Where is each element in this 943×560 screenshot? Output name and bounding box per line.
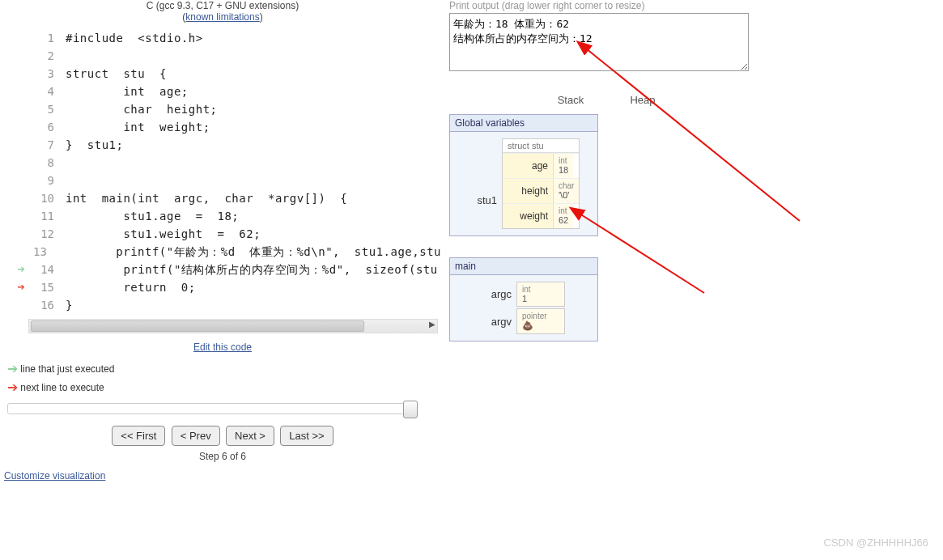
next-button[interactable]: Next > bbox=[226, 426, 274, 446]
step-text: Step 6 of 6 bbox=[4, 451, 441, 462]
code-line: 2 bbox=[4, 47, 441, 65]
struct-field: ageint18 bbox=[503, 153, 579, 178]
global-var-name: stu1 bbox=[455, 162, 502, 206]
code-line: 4 int age; bbox=[4, 83, 441, 100]
scroll-right-arrow[interactable]: ▶ bbox=[429, 320, 435, 329]
code-line: 7} stu1; bbox=[4, 136, 441, 154]
slider-knob[interactable] bbox=[403, 401, 418, 418]
code-line: 9 bbox=[4, 172, 441, 189]
main-frame-header: main bbox=[449, 257, 598, 275]
code-line: 12 stu1.weight = 62; bbox=[4, 225, 441, 243]
code-line: 10int main(int argc, char *argv[]) { bbox=[4, 189, 441, 207]
first-button[interactable]: << First bbox=[112, 426, 165, 446]
compiler-label: C (gcc 9.3, C17 + GNU extensions) bbox=[4, 0, 441, 11]
code-line: 3struct stu { bbox=[4, 65, 441, 83]
last-button[interactable]: Last >> bbox=[280, 426, 333, 446]
customize-link[interactable]: Customize visualization bbox=[4, 470, 105, 482]
legend-next: next line to execute bbox=[20, 382, 104, 393]
code-line: ➔15 return 0; bbox=[4, 278, 441, 296]
code-line: 16} bbox=[4, 296, 441, 314]
code-line: 6 int weight; bbox=[4, 118, 441, 136]
step-slider[interactable] bbox=[7, 403, 417, 414]
scroll-thumb[interactable] bbox=[31, 320, 364, 332]
code-line: 5 char height; bbox=[4, 100, 441, 118]
prev-button[interactable]: < Prev bbox=[172, 426, 220, 446]
code-line: 13 printf("年龄为：%d 体重为：%d\n", stu1.age,st… bbox=[4, 243, 441, 261]
struct-field: heightchar'\0' bbox=[503, 178, 579, 203]
code-line: 8 bbox=[4, 154, 441, 172]
struct-type-label: struct stu bbox=[503, 139, 579, 153]
print-output[interactable] bbox=[449, 13, 749, 71]
local-var: argvpointer💩 bbox=[455, 308, 593, 334]
local-var: argcint1 bbox=[455, 282, 593, 307]
legend-prev: line that just executed bbox=[20, 363, 114, 375]
output-label: Print output (drag lower right corner to… bbox=[449, 0, 943, 11]
horizontal-scrollbar[interactable]: ▶ bbox=[28, 319, 438, 333]
code-line: 1#include <stdio.h> bbox=[4, 29, 441, 47]
limitations-link[interactable]: known limitations bbox=[185, 11, 259, 23]
globals-frame-header: Global variables bbox=[449, 114, 598, 132]
watermark: CSDN @ZHHHHHJ66 bbox=[824, 537, 929, 549]
heap-header: Heap bbox=[630, 94, 655, 106]
next-arrow-icon: ➔ bbox=[7, 380, 18, 395]
stack-header: Stack bbox=[558, 94, 584, 106]
struct-field: weightint62 bbox=[503, 203, 579, 228]
code-editor: 1#include <stdio.h>23struct stu {4 int a… bbox=[4, 29, 441, 314]
prev-arrow-icon: ➔ bbox=[7, 361, 18, 376]
code-line: ➔14 printf("结构体所占的内存空间为：%d", sizeof(stu bbox=[4, 261, 441, 278]
code-line: 11 stu1.age = 18; bbox=[4, 207, 441, 225]
edit-code-link[interactable]: Edit this code bbox=[193, 342, 252, 353]
